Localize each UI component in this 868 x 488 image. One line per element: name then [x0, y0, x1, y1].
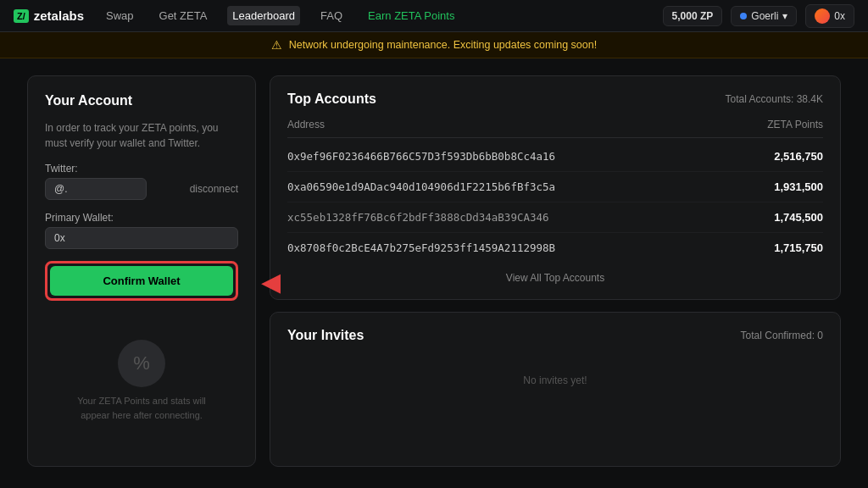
address-1: 0x9ef96F0236466B766C57D3f593Db6bB0b8Cc4a…: [287, 150, 555, 163]
wallet-label: Primary Wallet:: [45, 212, 238, 224]
total-accounts-label: Total Accounts: 38.4K: [726, 93, 823, 105]
wallet-avatar: [815, 8, 830, 24]
network-button[interactable]: Goerli ▾: [731, 6, 797, 26]
accounts-table: Address ZETA Points 0x9ef96F0236466B766C…: [287, 119, 823, 263]
confirm-wallet-container: Confirm Wallet ◀: [45, 261, 238, 301]
twitter-field: Twitter: disconnect: [45, 163, 238, 200]
points-2: 1,931,500: [774, 180, 823, 193]
navbar: Z/ zetalabs Swap Get ZETA Leaderboard FA…: [0, 0, 868, 32]
points-3: 1,745,500: [774, 211, 823, 224]
twitter-input[interactable]: [45, 178, 147, 200]
twitter-row: disconnect: [45, 178, 238, 200]
points-1: 2,516,750: [774, 150, 823, 163]
account-panel: Your Account In order to track your ZETA…: [27, 75, 256, 467]
right-panel: Top Accounts Total Accounts: 38.4K Addre…: [270, 75, 841, 467]
nav-get-zeta[interactable]: Get ZETA: [154, 6, 213, 25]
wallet-address: 0x: [834, 10, 845, 22]
view-all-row: View All Top Accounts: [287, 263, 823, 284]
points-4: 1,715,750: [774, 241, 823, 254]
confirm-wallet-highlight: Confirm Wallet: [45, 261, 238, 301]
nav-links: Swap Get ZETA Leaderboard FAQ Earn ZETA …: [101, 6, 646, 25]
address-2: 0xa06590e1d9ADac940d104906d1F2215b6fBf3c…: [287, 180, 555, 193]
logo-icon: Z/: [14, 9, 29, 23]
logo-text: zetalabs: [34, 8, 84, 23]
logo[interactable]: Z/ zetalabs: [14, 8, 84, 23]
wallet-button[interactable]: 0x: [805, 4, 854, 28]
disconnect-link[interactable]: disconnect: [190, 183, 238, 195]
no-invites-message: No invites yet!: [287, 355, 823, 406]
nav-right: 5,000 ZP Goerli ▾ 0x: [663, 4, 854, 28]
invites-header: Your Invites Total Confirmed: 0: [287, 328, 823, 343]
invites-title: Your Invites: [287, 328, 364, 343]
network-label: Goerli: [751, 10, 778, 22]
col-points-header: ZETA Points: [767, 119, 823, 130]
account-description: In order to track your ZETA points, you …: [45, 120, 238, 151]
invites-total-label: Total Confirmed: 0: [741, 330, 823, 341]
placeholder-icon: %: [118, 340, 165, 387]
top-accounts-header: Top Accounts Total Accounts: 38.4K: [287, 92, 823, 107]
confirm-wallet-button[interactable]: Confirm Wallet: [50, 266, 233, 296]
table-row: 0xa06590e1d9ADac940d104906d1F2215b6fBf3c…: [287, 172, 823, 202]
invites-card: Your Invites Total Confirmed: 0 No invit…: [270, 312, 841, 467]
zp-balance: 5,000 ZP: [663, 6, 723, 26]
table-header: Address ZETA Points: [287, 119, 823, 138]
wallet-field: Primary Wallet:: [45, 212, 238, 249]
col-address-header: Address: [287, 119, 325, 130]
nav-earn[interactable]: Earn ZETA Points: [363, 6, 459, 25]
account-title: Your Account: [45, 93, 238, 108]
alert-icon: ⚠: [271, 38, 282, 52]
nav-faq[interactable]: FAQ: [315, 6, 348, 25]
stats-placeholder: % Your ZETA Points and stats will appear…: [45, 313, 238, 449]
main-content: Your Account In order to track your ZETA…: [0, 58, 868, 484]
address-3: xc55eb1328fF76Bc6f2bdFf3888cDd34aB39CA34…: [287, 211, 549, 224]
table-row: 0x9ef96F0236466B766C57D3f593Db6bB0b8Cc4a…: [287, 141, 823, 172]
top-accounts-card: Top Accounts Total Accounts: 38.4K Addre…: [270, 75, 841, 300]
view-all-link[interactable]: View All Top Accounts: [506, 272, 604, 284]
chevron-down-icon: ▾: [782, 10, 787, 22]
table-row: 0x8708f0c2BcE4A7b275eFd9253ff1459A211299…: [287, 233, 823, 263]
alert-message: Network undergoing maintenance. Exciting…: [289, 39, 597, 51]
table-row: xc55eb1328fF76Bc6f2bdFf3888cDd34aB39CA34…: [287, 202, 823, 233]
network-status-dot: [740, 13, 747, 19]
alert-banner: ⚠ Network undergoing maintenance. Exciti…: [0, 32, 868, 58]
nav-leaderboard[interactable]: Leaderboard: [227, 6, 300, 25]
wallet-input[interactable]: [45, 227, 238, 249]
twitter-label: Twitter:: [45, 163, 238, 175]
top-accounts-title: Top Accounts: [287, 92, 376, 107]
address-4: 0x8708f0c2BcE4A7b275eFd9253ff1459A211299…: [287, 241, 555, 254]
nav-swap[interactable]: Swap: [101, 6, 139, 25]
placeholder-text: Your ZETA Points and stats will appear h…: [74, 394, 209, 422]
